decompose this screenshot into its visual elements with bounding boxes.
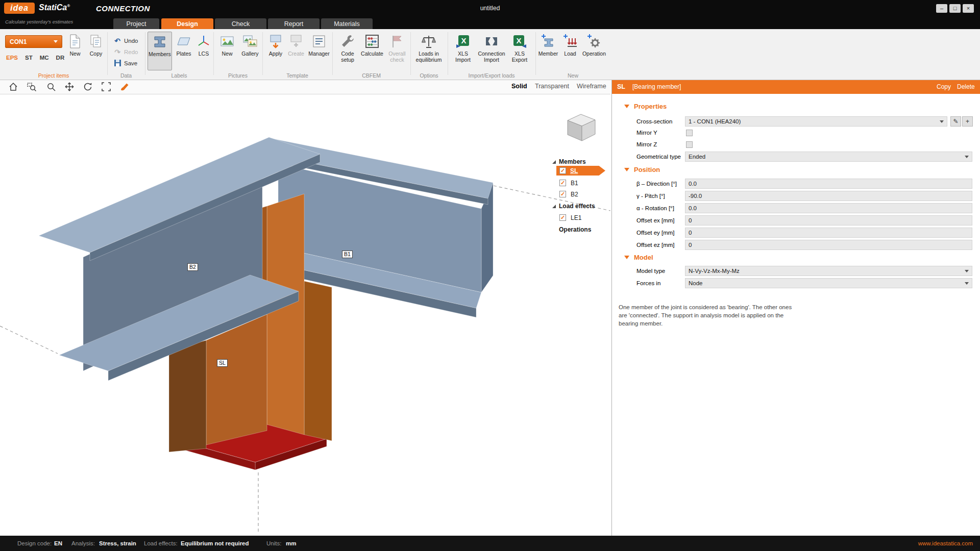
geometrical-type-dropdown[interactable]: Ended <box>685 152 972 162</box>
navigation-cube[interactable] <box>568 114 595 141</box>
section-position[interactable]: Position <box>624 165 660 173</box>
zoom-window-button[interactable] <box>26 81 38 92</box>
close-button[interactable]: × <box>963 4 974 13</box>
new-project-item-button[interactable]: New <box>65 32 85 70</box>
save-button[interactable]: Save <box>113 59 137 68</box>
tab-project[interactable]: Project <box>113 18 159 29</box>
tab-design[interactable]: Design <box>161 18 213 29</box>
member-sl-flange-face[interactable] <box>267 194 304 435</box>
labels-lcs-button[interactable]: LCS <box>194 32 213 70</box>
template-create-button[interactable]: Create <box>287 32 305 70</box>
selected-member-type: [Bearing member] <box>632 83 681 90</box>
tab-check[interactable]: Check <box>215 18 266 29</box>
xls-export-button[interactable]: X XLS Export <box>508 32 531 70</box>
offset-ex-input[interactable]: 0 <box>685 215 972 226</box>
section-properties[interactable]: Properties <box>624 102 667 110</box>
section-model[interactable]: Model <box>624 253 653 261</box>
collapse-triangle-icon <box>624 105 629 108</box>
visibility-checkbox[interactable]: ✓ <box>559 191 566 197</box>
project-item-selector[interactable]: CON1 <box>5 35 62 48</box>
website-link[interactable]: www.ideastatica.com <box>918 540 973 546</box>
render-mode-solid[interactable]: Solid <box>511 83 527 90</box>
cross-section-dropdown[interactable]: 1 - CON1 (HEA240) <box>685 116 947 127</box>
tree-load-effect-le1[interactable]: ✓ LE1 <box>553 213 581 222</box>
labels-members-button[interactable]: Members <box>148 32 172 70</box>
tree-operations-header[interactable]: Operations <box>559 225 591 234</box>
loads-in-equilibrium-button[interactable]: Loads in equilibrium <box>412 32 445 70</box>
visibility-checkbox[interactable]: ✓ <box>559 180 566 186</box>
tab-materials[interactable]: Materials <box>321 18 373 29</box>
button-label: Connection Import <box>476 51 507 63</box>
new-member-button[interactable]: Member <box>537 32 559 70</box>
forces-in-dropdown[interactable]: Node <box>685 278 972 288</box>
member-label-b1[interactable]: B1 <box>342 251 353 258</box>
svg-text:X: X <box>516 36 521 45</box>
pan-button[interactable] <box>63 81 76 92</box>
mode-dr[interactable]: DR <box>56 55 65 61</box>
picture-gallery-button[interactable]: Gallery <box>239 32 261 70</box>
tree-members-header[interactable]: Members <box>552 157 586 166</box>
template-manager-button[interactable]: Manager <box>306 32 332 70</box>
copy-project-item-button[interactable]: Copy <box>86 32 106 70</box>
tree-member-b2[interactable]: ✓ B2 <box>553 189 578 199</box>
edit-cross-section-button[interactable]: ✎ <box>950 116 961 127</box>
new-operation-button[interactable]: Operation <box>581 32 607 70</box>
offset-ez-input[interactable]: 0 <box>685 240 972 250</box>
tree-member-sl[interactable]: ✓ SL <box>556 166 605 176</box>
window-title: untitled <box>439 5 541 12</box>
mode-mc[interactable]: MC <box>40 55 49 61</box>
add-cross-section-button[interactable]: + <box>962 116 973 127</box>
new-load-button[interactable]: Load <box>560 32 580 70</box>
gamma-pitch-input[interactable]: -90.0 <box>685 191 972 201</box>
mirror-z-checkbox[interactable] <box>686 141 693 148</box>
labels-plates-button[interactable]: Plates <box>174 32 193 70</box>
design-code-label: Design code: <box>17 540 52 546</box>
alpha-rotation-input[interactable]: 0.0 <box>685 203 972 213</box>
paint-results-button[interactable] <box>118 81 131 92</box>
tab-report[interactable]: Report <box>268 18 320 29</box>
member-sl-flange-side[interactable] <box>304 281 332 441</box>
redo-button[interactable]: ↷ Redo <box>113 47 138 57</box>
render-mode-transparent[interactable]: Transparent <box>535 83 569 90</box>
button-label: Create <box>288 51 304 57</box>
maximize-button[interactable]: □ <box>949 4 961 13</box>
overall-check-button[interactable]: Overall check <box>385 32 409 70</box>
dropdown-arrow-icon <box>965 282 969 285</box>
member-label-sl[interactable]: SL <box>217 359 228 367</box>
member-label-b2[interactable]: B2 <box>187 263 198 271</box>
zoom-fit-button[interactable] <box>100 81 112 92</box>
rotate-view-button[interactable] <box>82 81 94 92</box>
undo-button[interactable]: ↶ Undo <box>113 36 138 45</box>
tree-member-b1[interactable]: ✓ B1 <box>553 178 578 188</box>
code-setup-button[interactable]: Code setup <box>336 32 359 70</box>
model-type-dropdown[interactable]: N-Vy-Vz-Mx-My-Mz <box>685 266 972 276</box>
tree-load-effects-header[interactable]: Load effects <box>552 202 595 211</box>
beta-direction-input[interactable]: 0.0 <box>685 179 972 189</box>
zoom-button[interactable] <box>45 81 57 92</box>
mode-st[interactable]: ST <box>25 55 33 61</box>
delete-member-button[interactable]: Delete <box>957 83 975 90</box>
analysis-mode-switch: EPS ST MC DR <box>6 55 64 61</box>
calculate-button[interactable]: Calculate <box>360 32 384 70</box>
visibility-checkbox[interactable]: ✓ <box>559 214 566 221</box>
minimize-button[interactable]: – <box>936 4 947 13</box>
xls-import-button[interactable]: X XLS Import <box>451 32 475 70</box>
member-sl-near-flange[interactable] <box>169 340 206 452</box>
render-mode-wireframe[interactable]: Wireframe <box>577 83 606 90</box>
copy-member-button[interactable]: Copy <box>937 83 951 90</box>
visibility-checkbox[interactable]: ✓ <box>559 167 566 174</box>
offset-ey-input[interactable]: 0 <box>685 228 972 238</box>
viewport-3d[interactable]: B1 B2 SL Members ✓ SL ✓ B1 ✓ B2 Load eff… <box>0 94 610 536</box>
scene-3d[interactable] <box>0 94 610 536</box>
offset-ey-value: 0 <box>689 230 692 236</box>
mode-eps[interactable]: EPS <box>6 55 18 61</box>
connection-import-button[interactable]: Connection Import <box>476 32 507 70</box>
mirror-y-checkbox[interactable] <box>686 130 693 136</box>
home-view-button[interactable] <box>7 81 19 92</box>
button-label: Load <box>564 51 576 57</box>
group-separator <box>448 32 448 75</box>
template-apply-button[interactable]: Apply <box>265 32 286 70</box>
button-label: Undo <box>124 38 138 44</box>
picture-new-button[interactable]: New <box>216 32 238 70</box>
dropdown-arrow-icon <box>965 270 969 272</box>
